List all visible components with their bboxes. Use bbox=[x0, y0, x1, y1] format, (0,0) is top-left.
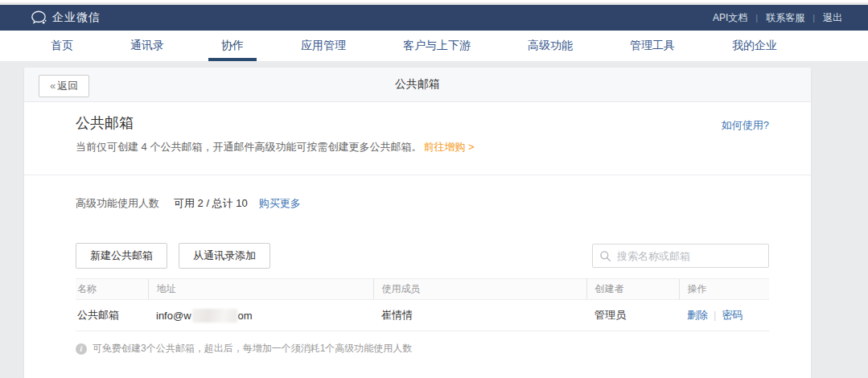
main-nav: 首页 通讯录 协作 应用管理 客户与上下游 高级功能 管理工具 我的企业 bbox=[0, 31, 868, 61]
quota-description: 当前仅可创建 4 个公共邮箱，开通邮件高级功能可按需创建更多公共邮箱。前往增购 … bbox=[76, 140, 769, 154]
buy-more-link[interactable]: 购买更多 bbox=[259, 196, 301, 211]
address-redacted-blur bbox=[192, 309, 237, 323]
main-content: 公共邮箱 如何使用? 当前仅可创建 4 个公共邮箱，开通邮件高级功能可按需创建更… bbox=[24, 102, 811, 355]
back-label: 返回 bbox=[57, 80, 78, 92]
page-title: 公共邮箱 bbox=[76, 113, 134, 133]
new-mailbox-button[interactable]: 新建公共邮箱 bbox=[76, 243, 167, 269]
col-header-actions: 操作 bbox=[679, 279, 769, 300]
page-background: «返回 公共邮箱 公共邮箱 如何使用? 当前仅可创建 4 个公共邮箱，开通邮件高… bbox=[0, 61, 868, 378]
chat-bubble-icon bbox=[31, 10, 47, 25]
nav-item-customers[interactable]: 客户与上下游 bbox=[389, 31, 485, 61]
cell-members: 崔情情 bbox=[373, 300, 586, 331]
col-header-members: 使用成员 bbox=[373, 279, 586, 300]
logo-label: 企业微信 bbox=[52, 10, 101, 25]
nav-item-home[interactable]: 首页 bbox=[36, 31, 88, 61]
mailbox-table: 名称 地址 使用成员 创建者 操作 公共邮箱 info@wom 崔情情 管理员 bbox=[76, 278, 769, 331]
col-header-address: 地址 bbox=[148, 279, 373, 300]
logout-link[interactable]: 退出 bbox=[815, 11, 850, 25]
password-link[interactable]: 密码 bbox=[722, 309, 743, 321]
page-subheader: «返回 公共邮箱 bbox=[24, 68, 811, 102]
nav-item-admin-tools[interactable]: 管理工具 bbox=[615, 31, 689, 61]
quota-label: 高级功能使用人数 bbox=[76, 196, 159, 211]
cell-creator: 管理员 bbox=[586, 300, 679, 331]
delete-link[interactable]: 删除 bbox=[687, 309, 708, 321]
nav-item-my-company[interactable]: 我的企业 bbox=[718, 31, 792, 61]
nav-item-app-management[interactable]: 应用管理 bbox=[286, 31, 360, 61]
subheader-title: 公共邮箱 bbox=[395, 77, 440, 92]
info-circle-icon: i bbox=[76, 343, 87, 355]
footer-note: i 可免费创建3个公共邮箱，超出后，每增加一个须消耗1个高级功能使用人数 bbox=[76, 342, 769, 355]
separator: | bbox=[714, 309, 716, 321]
advanced-quota-row: 高级功能使用人数 可用 2 / 总计 10 购买更多 bbox=[76, 196, 769, 211]
col-header-creator: 创建者 bbox=[586, 279, 679, 300]
footer-note-text: 可免费创建3个公共邮箱，超出后，每增加一个须消耗1个高级功能使用人数 bbox=[93, 342, 412, 355]
content-card: «返回 公共邮箱 公共邮箱 如何使用? 当前仅可创建 4 个公共邮箱，开通邮件高… bbox=[24, 68, 811, 378]
nav-item-collaboration[interactable]: 协作 bbox=[207, 31, 258, 61]
page-head: 公共邮箱 如何使用? bbox=[76, 113, 769, 133]
topbar: 企业微信 API文档 | 联系客服 | 退出 bbox=[0, 5, 868, 31]
col-header-name: 名称 bbox=[76, 279, 148, 300]
search-box bbox=[592, 244, 769, 268]
back-chevron-icon: « bbox=[50, 80, 56, 92]
cell-name: 公共邮箱 bbox=[76, 300, 148, 331]
toolbar: 新建公共邮箱 从通讯录添加 bbox=[76, 243, 769, 269]
search-icon bbox=[599, 250, 611, 262]
search-input[interactable] bbox=[593, 244, 768, 267]
cell-address: info@wom bbox=[148, 300, 373, 331]
purchase-more-link[interactable]: 前往增购 > bbox=[423, 141, 474, 153]
topbar-links: API文档 | 联系客服 | 退出 bbox=[705, 11, 850, 25]
section-divider bbox=[24, 175, 811, 175]
address-suffix: om bbox=[238, 310, 253, 322]
table-row: 公共邮箱 info@wom 崔情情 管理员 删除|密码 bbox=[76, 300, 769, 331]
table-header-row: 名称 地址 使用成员 创建者 操作 bbox=[76, 279, 769, 300]
api-docs-link[interactable]: API文档 bbox=[705, 11, 755, 25]
how-to-use-link[interactable]: 如何使用? bbox=[722, 118, 769, 133]
add-from-contacts-button[interactable]: 从通讯录添加 bbox=[179, 243, 270, 269]
wework-logo[interactable]: 企业微信 bbox=[31, 10, 101, 25]
contact-support-link[interactable]: 联系客服 bbox=[758, 11, 812, 25]
description-text: 当前仅可创建 4 个公共邮箱，开通邮件高级功能可按需创建更多公共邮箱。 bbox=[76, 141, 422, 153]
address-prefix: info@w bbox=[156, 310, 191, 322]
back-button[interactable]: «返回 bbox=[39, 75, 89, 97]
cell-actions: 删除|密码 bbox=[679, 300, 769, 331]
nav-item-contacts[interactable]: 通讯录 bbox=[116, 31, 179, 61]
quota-value: 可用 2 / 总计 10 bbox=[174, 196, 248, 211]
nav-item-advanced-features[interactable]: 高级功能 bbox=[513, 31, 587, 61]
